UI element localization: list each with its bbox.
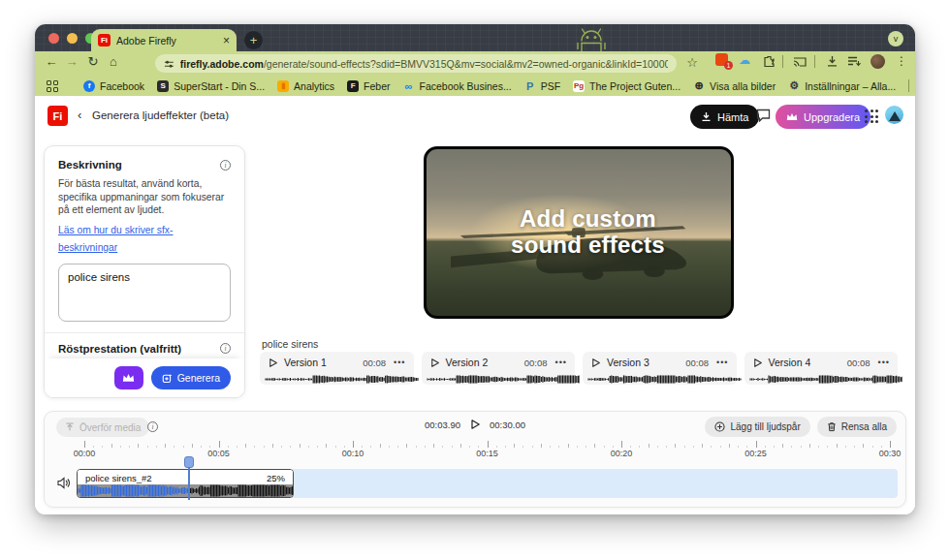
version-label: Version 2 — [446, 357, 519, 368]
bookmark-label: The Project Guten... — [589, 80, 681, 92]
version-menu-icon[interactable]: ••• — [878, 358, 890, 367]
ruler-subtick — [639, 446, 640, 449]
version-duration: 00:08 — [363, 358, 386, 368]
bookmark-item[interactable]: fFacebook — [83, 80, 144, 92]
ruler-subtick — [613, 446, 614, 449]
ruler-label: 00:05 — [207, 449, 230, 458]
ruler-subtick — [586, 446, 586, 449]
back-chevron-icon[interactable]: ‹ — [78, 108, 81, 122]
bookmark-item[interactable]: PgThe Project Guten... — [573, 80, 681, 92]
version-card[interactable]: Version 2 00:08 ••• — [422, 352, 576, 385]
ruler-subtick — [147, 446, 148, 449]
ruler-subtick — [478, 446, 479, 449]
play-icon[interactable] — [590, 358, 601, 368]
bookmark-item[interactable]: SSuperStart - Din S... — [157, 80, 265, 92]
bookmark-item[interactable]: ∞Facebook Busines... — [403, 80, 512, 92]
ruler-subtick — [577, 446, 578, 449]
window-controls — [48, 33, 96, 44]
cast-icon[interactable] — [793, 55, 807, 68]
bookmark-item[interactable]: FFeber — [347, 80, 390, 92]
version-menu-icon[interactable]: ••• — [555, 358, 567, 367]
ruler-subtick — [362, 446, 363, 449]
firefly-logo[interactable]: Fi — [48, 106, 68, 126]
ruler-tick — [406, 444, 407, 448]
play-icon[interactable] — [429, 358, 440, 368]
ruler-subtick — [854, 446, 855, 449]
extension-alert-icon[interactable]: 1 — [715, 53, 728, 66]
generate-icon — [162, 373, 173, 384]
version-menu-icon[interactable]: ••• — [394, 358, 405, 367]
cloud-extension-icon[interactable]: ☁ — [739, 53, 750, 67]
version-duration: 00:08 — [524, 358, 548, 368]
video-preview[interactable]: Add custom sound effects — [424, 146, 734, 319]
superstart-icon: S — [157, 80, 169, 92]
bookmark-item[interactable]: ⊕Visa alla bilder — [693, 80, 776, 92]
downloads-icon[interactable] — [826, 55, 839, 68]
upgrade-button[interactable]: Uppgradera — [776, 105, 871, 129]
version-label: Version 4 — [769, 357, 841, 368]
forward-icon[interactable]: → — [63, 54, 80, 69]
ruler-tick — [809, 444, 810, 448]
bookmark-item[interactable]: PPSF — [524, 80, 560, 92]
reading-list-icon[interactable] — [847, 55, 861, 68]
browser-tab-adobe-firefly[interactable]: Fi Adobe Firefly × — [91, 29, 237, 51]
firefly-header: Fi ‹ Generera ljudeffekter (beta) Hämta … — [35, 96, 915, 139]
version-card[interactable]: Version 4 00:08 ••• — [744, 352, 899, 385]
ruler-tick — [594, 444, 595, 448]
ruler-label: 00:30 — [879, 449, 902, 458]
ruler-subtick — [308, 446, 309, 449]
gear-icon: ⚙ — [788, 80, 800, 92]
ruler-tick — [192, 444, 193, 448]
ruler-tick — [890, 441, 891, 448]
tab-search-chevron-button[interactable]: v — [888, 31, 903, 47]
address-bar[interactable]: firefly.adobe.com/generate/sound-effects… — [155, 54, 677, 73]
ruler-subtick — [684, 446, 685, 449]
sfx-guide-link[interactable]: Läs om hur du skriver sfx-beskrivningar — [58, 225, 173, 253]
kebab-menu-icon[interactable]: ⋮ — [896, 54, 907, 68]
ruler-subtick — [201, 446, 202, 449]
app-launcher-grid-icon[interactable] — [865, 109, 878, 123]
version-card[interactable]: Version 3 00:08 ••• — [583, 352, 737, 385]
play-icon[interactable] — [752, 358, 763, 368]
account-avatar[interactable] — [885, 106, 903, 124]
extensions-puzzle-icon[interactable] — [763, 55, 776, 68]
info-icon[interactable]: i — [220, 160, 231, 171]
prompt-input[interactable]: police sirens — [58, 264, 231, 322]
close-window-button[interactable] — [48, 33, 59, 44]
audio-clip[interactable]: police sirens_#2 25% — [77, 469, 294, 498]
site-settings-icon[interactable] — [164, 58, 174, 70]
generate-button[interactable]: Generera — [151, 366, 231, 389]
feedback-bubble-icon[interactable] — [756, 109, 771, 122]
ruler-subtick — [791, 446, 792, 449]
version-menu-icon[interactable]: ••• — [716, 358, 728, 367]
crown-icon — [122, 373, 135, 383]
tab-strip: Fi Adobe Firefly × + v — [35, 24, 915, 51]
reload-icon[interactable]: ↻ — [84, 54, 102, 69]
ruler-subtick — [738, 446, 739, 449]
ruler-subtick — [335, 446, 336, 449]
close-tab-icon[interactable]: × — [223, 35, 230, 47]
bookmark-item[interactable]: ▮Analytics — [277, 80, 334, 92]
ruler-subtick — [496, 446, 497, 449]
home-icon[interactable]: ⌂ — [105, 54, 122, 69]
back-icon[interactable]: ← — [43, 54, 60, 69]
bookmark-star-icon[interactable]: ☆ — [683, 55, 701, 70]
ruler-label: 00:15 — [476, 449, 498, 458]
bookmark-item[interactable]: ⚙Inställningar – Alla... — [788, 80, 896, 92]
profile-avatar[interactable] — [871, 54, 885, 69]
new-tab-button[interactable]: + — [244, 31, 263, 49]
version-card[interactable]: Version 1 00:08 ••• — [260, 352, 414, 385]
description-help-text: För bästa resultat, använd korta, specif… — [58, 177, 231, 217]
minimize-window-button[interactable] — [67, 33, 78, 44]
play-icon[interactable] — [268, 358, 278, 368]
premium-crown-button[interactable] — [114, 366, 143, 389]
speaker-icon[interactable] — [57, 477, 71, 489]
download-button[interactable]: Hämta — [690, 105, 759, 129]
info-icon[interactable]: i — [220, 343, 231, 354]
panel-action-bar: Generera — [45, 358, 244, 397]
ruler-tick — [782, 444, 783, 448]
description-heading: Beskrivning — [58, 159, 122, 171]
clip-volume: 25% — [267, 473, 285, 483]
bookmarks-bar: fFacebookSSuperStart - Din S...▮Analytic… — [35, 76, 915, 96]
apps-grid-icon[interactable] — [47, 80, 58, 92]
